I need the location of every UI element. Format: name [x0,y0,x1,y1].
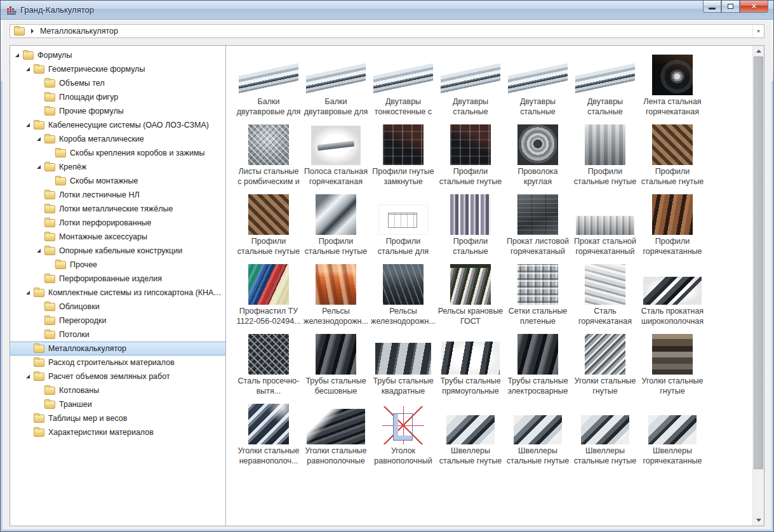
tree-item[interactable]: Расчет объемов земляных работ [10,369,225,383]
product-item[interactable]: Двутавры стальные [504,52,571,122]
tree-item[interactable]: Расход строительных материалов [10,356,225,369]
tree-item[interactable]: Прочее [10,258,225,272]
tree-item[interactable]: Комплектные системы из гипсокартона (КНА… [10,286,225,300]
expander-icon[interactable] [25,373,32,380]
expander-icon[interactable] [25,65,32,73]
product-item[interactable]: Прокат листовой горячекатаный [504,192,571,262]
product-item[interactable]: Трубы стальные прямоугольные [437,331,504,401]
product-label: Балки двутавровые для [303,97,369,117]
product-item[interactable]: Профили стальные [437,192,504,262]
product-item[interactable]: Трубы стальные бесшовные [302,331,370,401]
tree-item[interactable]: Прочие формулы [10,104,225,118]
tree-item[interactable]: Лотки металлические тяжёлые [10,202,225,216]
tree-item[interactable]: Кабеленесущие системы (ОАО ЛОЗ-СЗМА) [10,118,225,132]
product-item[interactable]: Профили стальные для [370,192,437,262]
product-item[interactable]: Профнастил ТУ 1122-056-02494... [235,262,302,331]
expander-icon[interactable] [25,121,32,129]
product-item[interactable]: Уголки стальные гнутые [639,331,706,401]
product-item[interactable]: Лента стальная горячекатаная [639,52,706,122]
product-item[interactable]: Прокат стальной горячекатанный [571,192,639,262]
tree-item[interactable]: Котлованы [10,383,225,397]
minimize-button[interactable] [703,1,721,13]
product-item[interactable]: Швеллеры горячекатанные [639,401,706,471]
product-item[interactable]: Уголки стальные гнутые [571,331,639,401]
product-item[interactable]: Балки двутавровые для [302,52,370,122]
product-item[interactable]: Проволока круглая [504,122,571,192]
product-item[interactable]: Трубы стальные электросварные [504,331,571,401]
product-item[interactable]: Швеллеры стальные гнутые [571,401,639,471]
product-label: Профили стальные для [370,237,436,256]
tree-item[interactable]: Металлокалькулятор [10,342,225,356]
tree-item[interactable]: Перфорированные изделия [10,272,225,286]
product-item[interactable]: Рельсы крановые ГОСТ [437,262,504,331]
product-item[interactable]: Профили стальные гнутые [437,122,504,192]
tree-item[interactable]: Характеристики материалов [10,425,225,439]
expander-icon[interactable] [25,289,32,296]
tree-item[interactable]: Скобы монтажные [10,174,225,188]
product-label: Профили стальные гнутые [437,167,504,187]
tree-item[interactable]: Перегородки [10,314,225,328]
product-item[interactable]: Балки двутавровые для [235,52,302,122]
scroll-up-button[interactable] [753,46,764,57]
close-button[interactable]: ✕ [740,1,768,13]
vertical-scrollbar[interactable] [752,46,764,526]
tree-item[interactable]: Потолки [10,328,225,342]
tree-item[interactable]: Геометрические формулы [10,62,225,76]
product-item[interactable]: Швеллеры стальные гнутые [504,401,571,471]
breadcrumb-arrow-icon[interactable] [31,29,34,34]
tree-item[interactable]: Объемы тел [10,76,225,90]
product-item[interactable]: Профили стальные гнутые [302,192,370,262]
product-item[interactable]: Двутавры тонкостенные с [370,52,437,122]
product-item[interactable]: Рельсы железнодорожн... [370,262,437,331]
product-item[interactable]: Сталь просечно-вытя... [235,331,302,401]
tree-item[interactable]: Лотки перфорированные [10,216,225,230]
product-item[interactable]: Сталь горячекатаная [571,262,639,331]
product-item[interactable]: Уголок равнополочный [370,401,437,471]
product-item[interactable]: Сетки стальные плетеные [504,262,571,331]
tree-item[interactable]: Таблицы мер и весов [10,411,225,425]
product-item[interactable]: Профили гнутые замкнутые [370,122,437,192]
restore-button[interactable] [721,1,740,13]
product-thumbnail-area [235,401,302,444]
breadcrumb-dropdown-button[interactable]: ▾ [752,25,764,37]
tree-item[interactable]: Крепёж [10,160,225,174]
tree-item[interactable]: Траншеи [10,397,225,411]
product-thumbnail [517,334,558,375]
expander-icon[interactable] [14,51,22,59]
product-item[interactable]: Профили стальные гнутые [235,192,302,262]
product-item[interactable]: Двутавры стальные [437,52,504,122]
product-thumbnail [441,342,500,375]
tree-item[interactable]: Лотки лестничные НЛ [10,188,225,202]
expander-icon[interactable] [36,247,43,255]
product-item[interactable]: Уголки стальные неравнополоч... [235,401,302,471]
product-label: Уголки стальные гнутые [639,376,705,396]
product-item[interactable]: Полоса стальная горячекатаная [302,122,370,192]
scroll-down-button[interactable] [753,515,764,526]
product-item[interactable]: Профили горячекатанные [639,192,706,262]
tree-item[interactable]: Короба металлические [10,132,225,146]
tree-item[interactable]: Площади фигур [10,90,225,104]
expander-spacer [36,401,43,408]
product-item[interactable]: Профили стальные гнутые [639,122,706,192]
product-thumbnail-area [437,192,504,235]
tree-item[interactable]: Облицовки [10,300,225,314]
product-item[interactable]: Двутавры стальные [571,52,639,122]
breadcrumb[interactable]: Металлокалькулятор ▾ [10,24,764,38]
folder-icon [34,415,44,423]
tree-item[interactable]: Формулы [10,48,225,62]
product-item[interactable]: Профили стальные гнутые [571,122,639,192]
product-item[interactable]: Рельсы железнодорожн... [302,262,370,331]
product-label: Прокат листовой горячекатаный [505,237,571,256]
product-item[interactable]: Швеллеры стальные гнутые [437,401,504,471]
expander-icon[interactable] [36,135,43,143]
product-item[interactable]: Трубы стальные квадратные [370,331,437,401]
tree-item[interactable]: Монтажные аксессуары [10,230,225,244]
tree-item[interactable]: Скобы крепления коробов и зажимы [10,146,225,160]
product-thumbnail-area [302,331,370,375]
scrollbar-thumb[interactable] [754,57,763,469]
expander-icon[interactable] [36,163,43,171]
product-item[interactable]: Листы стальные с ромбическим и [235,122,302,192]
product-item[interactable]: Уголки стальные равнополочные [302,401,370,471]
tree-item[interactable]: Опорные кабельные конструкции [10,244,225,258]
product-item[interactable]: Сталь прокатная широкополочная [639,262,706,331]
